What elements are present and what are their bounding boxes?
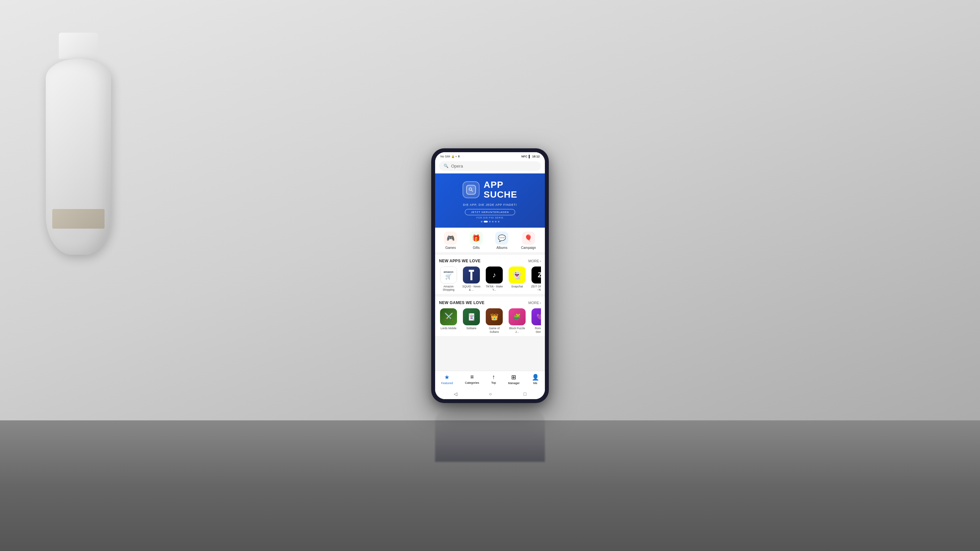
search-bar-container: 🔍 Opera: [435, 159, 545, 173]
zeit-icon: Z: [531, 267, 541, 284]
new-games-header: NEW GAMES WE LOVE MORE ›: [439, 300, 541, 305]
romance-stories-label: Romanc Stories: [530, 327, 541, 333]
quick-nav: 🎮 Games 🎁 Gifts 💬 Albums 🎈 Campaign: [435, 228, 545, 252]
me-tab-label: Me: [533, 381, 538, 385]
solitaire-icon: 🃏: [463, 308, 480, 325]
zeit-label: ZEIT ON LINE - N...: [530, 285, 541, 291]
albums-icon: 💬: [495, 232, 508, 245]
banner-app-icon: [463, 181, 480, 198]
nav-item-gifts[interactable]: 🎁 Gifts: [470, 232, 483, 249]
back-button[interactable]: ◁: [454, 391, 457, 397]
featured-tab-label: Featured: [441, 381, 453, 385]
squid-label: SQUID - News & ...: [462, 285, 481, 291]
banner-note: FÜR DIE P40 SERIE: [477, 216, 503, 219]
phone-reflection: [435, 410, 545, 462]
phone-device: No SIM 🔒 ≈ ⬇ NFC ▌ 18:12 🔍 Opera: [431, 148, 549, 403]
search-text: Opera: [451, 164, 463, 168]
amazon-icon: amazon 🛒: [440, 267, 457, 284]
status-left: No SIM 🔒 ≈ ⬇: [440, 155, 460, 158]
tab-categories[interactable]: ≡ Categories: [465, 374, 479, 385]
scroll-content[interactable]: APP SUCHE DIE APP, DIE JEDE APP FINDET! …: [435, 173, 545, 371]
new-apps-header: NEW APPS WE LOVE MORE ›: [439, 259, 541, 263]
categories-tab-icon: ≡: [470, 374, 474, 381]
app-item-snapchat[interactable]: 👻 Snapchat: [508, 267, 527, 291]
tab-featured[interactable]: ★ Featured: [441, 374, 453, 385]
tiktok-icon: ♪: [486, 267, 503, 284]
categories-tab-label: Categories: [465, 381, 479, 384]
solitaire-label: Solitaire: [466, 327, 477, 330]
app-item-block-puzzle[interactable]: 🧩 Block Puzzle J...: [508, 308, 527, 333]
android-nav-bar: ◁ ○ □: [435, 389, 545, 399]
app-item-solitaire[interactable]: 🃏 Solitaire: [462, 308, 481, 333]
nav-item-albums[interactable]: 💬 Albums: [495, 232, 508, 249]
nav-item-campaign[interactable]: 🎈 Campaign: [521, 232, 536, 249]
games-label: Games: [445, 246, 456, 249]
app-item-amazon[interactable]: amazon 🛒 Amazon Shopping: [439, 267, 458, 291]
app-item-zeit[interactable]: Z ZEIT ON LINE - N...: [530, 267, 541, 291]
more-apps-label: MORE: [528, 259, 539, 263]
sim-status: No SIM 🔒 ≈ ⬇: [440, 155, 460, 158]
gifts-label: Gifts: [473, 246, 480, 249]
dot-2: [484, 221, 488, 222]
new-games-title: NEW GAMES WE LOVE: [439, 300, 484, 305]
new-apps-row: amazon 🛒 Amazon Shopping: [439, 267, 541, 291]
nav-item-games[interactable]: 🎮 Games: [444, 232, 457, 249]
svg-point-0: [469, 188, 472, 191]
featured-tab-icon: ★: [444, 374, 450, 381]
banner-title: APP SUCHE: [484, 180, 517, 200]
banner-ad[interactable]: APP SUCHE DIE APP, DIE JEDE APP FINDET! …: [435, 173, 545, 228]
campaign-label: Campaign: [521, 246, 536, 249]
home-button[interactable]: ○: [489, 391, 492, 397]
block-puzzle-icon: 🧩: [509, 308, 526, 325]
dot-3: [489, 221, 491, 222]
nfc-indicator: NFC: [521, 155, 528, 158]
banner-title-block: APP SUCHE: [484, 180, 517, 200]
manager-tab-icon: ⊞: [511, 374, 516, 381]
snapchat-icon: 👻: [509, 267, 526, 284]
snapchat-label: Snapchat: [511, 285, 523, 288]
tab-top[interactable]: ↑ Top: [491, 374, 496, 385]
dot-6: [498, 221, 500, 222]
game-of-sultans-icon: 👑: [486, 308, 503, 325]
status-right: NFC ▌ 18:12: [521, 155, 540, 158]
campaign-icon: 🎈: [522, 232, 535, 245]
battery-icon: ▌: [529, 155, 531, 158]
app-item-squid[interactable]: SQUID - News & ...: [462, 267, 481, 291]
recents-button[interactable]: □: [523, 391, 526, 397]
squid-app-icon: [463, 267, 480, 284]
new-games-more[interactable]: MORE ›: [528, 301, 541, 305]
app-item-lords-mobile[interactable]: ⚔️ Lords Mobile: [439, 308, 458, 333]
banner-download-button[interactable]: JETZT HERUNTERLADEN: [465, 209, 515, 215]
app-item-tiktok[interactable]: ♪ TikTok - Make Y...: [485, 267, 504, 291]
games-icon: 🎮: [444, 232, 457, 245]
tab-manager[interactable]: ⊞ Manager: [508, 374, 520, 385]
block-puzzle-label: Block Puzzle J...: [508, 327, 527, 333]
albums-label: Albums: [496, 246, 508, 249]
banner-content: APP SUCHE: [463, 180, 517, 200]
dot-1: [481, 221, 482, 222]
background-vase: [26, 33, 130, 261]
search-field[interactable]: 🔍 Opera: [439, 161, 541, 171]
app-item-romance-stories[interactable]: 💜 Romanc Stories: [530, 308, 541, 333]
game-of-sultans-label: Game of Sultans: [485, 327, 504, 333]
new-apps-section: NEW APPS WE LOVE MORE › amazon: [435, 255, 545, 294]
lords-mobile-icon: ⚔️: [440, 308, 457, 325]
more-apps-chevron-icon: ›: [540, 259, 541, 263]
app-item-game-of-sultans[interactable]: 👑 Game of Sultans: [485, 308, 504, 333]
top-tab-icon: ↑: [492, 374, 495, 381]
tiktok-label: TikTok - Make Y...: [485, 285, 504, 291]
new-apps-more[interactable]: MORE ›: [528, 259, 541, 263]
new-games-section: NEW GAMES WE LOVE MORE › ⚔️ Lords Mob: [435, 297, 545, 336]
romance-stories-icon: 💜: [531, 308, 541, 325]
gifts-icon: 🎁: [470, 232, 483, 245]
tab-me[interactable]: 👤 Me: [532, 374, 539, 385]
svg-line-1: [472, 191, 473, 192]
banner-search-icon: [466, 185, 476, 195]
top-tab-label: Top: [491, 381, 496, 384]
new-apps-title: NEW APPS WE LOVE: [439, 259, 480, 263]
banner-pagination-dots: [481, 221, 500, 222]
time-display: 18:12: [532, 155, 540, 158]
amazon-label: Amazon Shopping: [439, 285, 458, 291]
tab-bar: ★ Featured ≡ Categories ↑ Top ⊞ Manager …: [435, 371, 545, 389]
search-icon: 🔍: [444, 164, 449, 168]
